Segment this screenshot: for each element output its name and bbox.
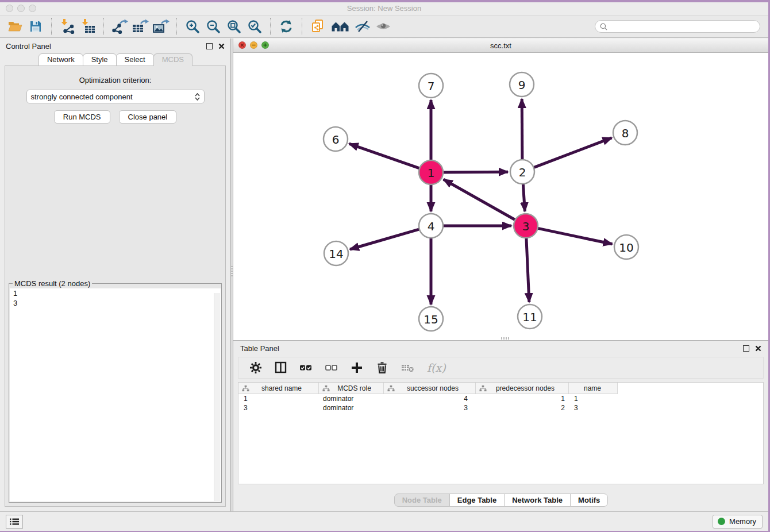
network-canvas[interactable]: 7968124314101511 bbox=[233, 53, 768, 340]
refresh-view-button[interactable] bbox=[276, 17, 297, 36]
close-panel-icon[interactable] bbox=[218, 43, 225, 49]
close-window-button[interactable] bbox=[6, 5, 13, 12]
network-window-titlebar[interactable]: scc.txt bbox=[233, 38, 768, 53]
memory-button[interactable]: Memory bbox=[713, 515, 763, 529]
tab-motifs[interactable]: Motifs bbox=[570, 494, 608, 507]
column-header-predecessor-nodes[interactable]: predecessor nodes bbox=[476, 383, 569, 394]
column-header-successor-nodes[interactable]: successor nodes bbox=[384, 383, 476, 394]
graph-edge-3-1[interactable] bbox=[444, 179, 517, 220]
open-session-button[interactable] bbox=[5, 17, 25, 36]
copy-style-button[interactable] bbox=[307, 17, 328, 36]
control-panel: Control Panel Network Style Select MCDS … bbox=[0, 38, 230, 511]
graph-node-9[interactable]: 9 bbox=[510, 72, 534, 97]
result-scrollbar[interactable] bbox=[214, 293, 220, 501]
graph-node-3[interactable]: 3 bbox=[514, 214, 538, 238]
graph-edge-4-14[interactable] bbox=[350, 229, 421, 249]
close-network-icon[interactable] bbox=[238, 41, 246, 49]
deselect-all-rows-button[interactable] bbox=[325, 361, 338, 375]
window-controls[interactable] bbox=[6, 5, 36, 12]
network-window-controls[interactable] bbox=[238, 41, 269, 49]
graph-node-2[interactable]: 2 bbox=[510, 160, 534, 184]
graph-node-14[interactable]: 14 bbox=[324, 241, 348, 265]
float-table-panel-icon[interactable] bbox=[743, 345, 749, 352]
export-network-button[interactable] bbox=[109, 17, 130, 36]
zoom-selected-button[interactable] bbox=[244, 17, 265, 36]
minimize-network-icon[interactable] bbox=[250, 41, 257, 49]
function-builder-button[interactable]: f(x) bbox=[427, 361, 446, 374]
graph-edge-1-2[interactable] bbox=[442, 172, 508, 172]
tab-network[interactable]: Network bbox=[38, 53, 83, 66]
graph-edge-2-9[interactable] bbox=[522, 99, 522, 161]
cell-shared-name: 3 bbox=[238, 404, 319, 412]
graph-node-8[interactable]: 8 bbox=[613, 121, 637, 145]
select-all-rows-button[interactable] bbox=[299, 361, 313, 375]
tab-style[interactable]: Style bbox=[83, 53, 117, 66]
delete-column-button[interactable] bbox=[375, 361, 389, 375]
tab-network-table[interactable]: Network Table bbox=[504, 494, 571, 507]
table-tabs: Node Table Edge Table Network Table Moti… bbox=[233, 494, 768, 507]
graph-edge-2-3[interactable] bbox=[523, 183, 525, 211]
graph-edge-3-10[interactable] bbox=[537, 228, 613, 244]
show-all-button[interactable] bbox=[373, 17, 394, 36]
search-input[interactable] bbox=[610, 22, 755, 30]
column-header-mcds-role[interactable]: MCDS role bbox=[319, 383, 384, 394]
zoom-in-button[interactable] bbox=[182, 17, 203, 36]
delete-table-button[interactable] bbox=[401, 361, 415, 374]
zoom-fit-icon bbox=[226, 19, 241, 34]
cell-mcds-role: dominator bbox=[319, 395, 384, 403]
graph-node-11[interactable]: 11 bbox=[518, 304, 542, 329]
node-table[interactable]: shared name MCDS role successor nodes pr… bbox=[238, 382, 764, 484]
splitter-grip[interactable] bbox=[231, 266, 233, 276]
tab-edge-table[interactable]: Edge Table bbox=[449, 494, 505, 507]
table-row[interactable]: 1 dominator 4 1 1 bbox=[238, 394, 763, 403]
split-table-button[interactable] bbox=[274, 361, 288, 375]
svg-text:10: 10 bbox=[619, 241, 633, 255]
zoom-network-icon[interactable] bbox=[261, 41, 269, 49]
search-box[interactable] bbox=[595, 20, 760, 33]
graph-edge-3-11[interactable] bbox=[526, 237, 529, 302]
mcds-tab-content: Optimization criterion: strongly connect… bbox=[5, 65, 226, 507]
mcds-result-list[interactable]: 1 3 bbox=[10, 288, 221, 502]
network-graph[interactable]: 7968124314101511 bbox=[233, 53, 768, 340]
add-column-button[interactable] bbox=[350, 361, 364, 375]
hide-selected-button[interactable] bbox=[352, 17, 373, 36]
zoom-out-button[interactable] bbox=[203, 17, 224, 36]
task-history-button[interactable] bbox=[6, 515, 23, 529]
import-table-button[interactable] bbox=[78, 17, 98, 36]
save-session-button[interactable] bbox=[25, 17, 46, 36]
table-row[interactable]: 3 dominator 3 2 3 bbox=[238, 403, 763, 413]
tab-mcds[interactable]: MCDS bbox=[153, 53, 192, 66]
mcds-result-group: MCDS result (2 nodes) 1 3 bbox=[9, 283, 222, 503]
graph-node-7[interactable]: 7 bbox=[419, 74, 443, 98]
titlebar: Session: New Session bbox=[0, 2, 768, 15]
criterion-dropdown[interactable]: strongly connected component bbox=[26, 90, 205, 103]
column-header-name[interactable]: name bbox=[569, 383, 618, 394]
column-header-shared-name[interactable]: shared name bbox=[238, 383, 319, 394]
close-table-panel-icon[interactable] bbox=[755, 345, 761, 352]
network-window-title: scc.txt bbox=[490, 41, 511, 50]
export-table-button[interactable] bbox=[130, 17, 151, 36]
export-image-button[interactable] bbox=[151, 17, 171, 36]
table-panel: Table Panel bbox=[233, 340, 768, 511]
zoom-window-button[interactable] bbox=[29, 5, 36, 12]
import-network-button[interactable] bbox=[57, 17, 78, 36]
graph-node-15[interactable]: 15 bbox=[419, 307, 443, 331]
graph-node-4[interactable]: 4 bbox=[419, 214, 443, 238]
tab-node-table[interactable]: Node Table bbox=[394, 494, 450, 507]
zoom-fit-button[interactable] bbox=[224, 17, 244, 36]
minimize-window-button[interactable] bbox=[17, 5, 25, 12]
run-mcds-button[interactable]: Run MCDS bbox=[54, 110, 110, 124]
float-panel-icon[interactable] bbox=[206, 43, 213, 49]
tab-select[interactable]: Select bbox=[116, 53, 154, 66]
search-icon bbox=[600, 23, 607, 30]
graph-node-1[interactable]: 1 bbox=[419, 160, 443, 184]
select-all-icon bbox=[299, 361, 313, 375]
graph-edge-2-8[interactable] bbox=[533, 138, 612, 168]
canvas-grip[interactable] bbox=[501, 337, 509, 340]
graph-node-10[interactable]: 10 bbox=[614, 235, 638, 259]
close-panel-button[interactable]: Close panel bbox=[119, 110, 177, 124]
graph-node-6[interactable]: 6 bbox=[324, 127, 348, 151]
first-neighbors-button[interactable] bbox=[328, 17, 352, 36]
graph-edge-1-6[interactable] bbox=[349, 144, 421, 169]
table-settings-button[interactable] bbox=[249, 361, 263, 375]
